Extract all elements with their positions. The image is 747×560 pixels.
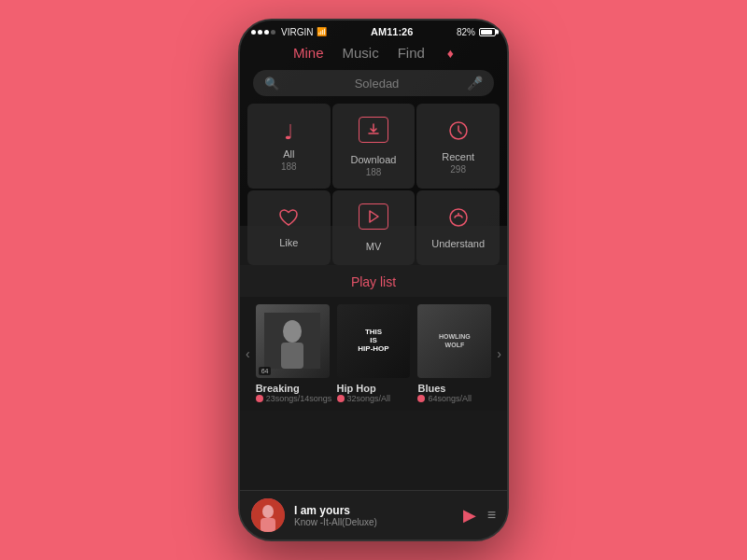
playlist-section-header: Play list — [240, 265, 507, 297]
tab-music[interactable]: Music — [343, 45, 379, 61]
playlist-name-hiphop: Hip Hop — [337, 383, 411, 394]
status-bar: VIRGIN 📶 AM11:26 82% — [240, 21, 507, 41]
signal-dot-2 — [258, 30, 262, 35]
grid-count-recent: 298 — [450, 164, 466, 175]
playlist-item-blues[interactable]: HOWLINGWOLF Blues 64songs/All — [417, 304, 491, 403]
menu-button[interactable]: ≡ — [487, 507, 496, 524]
playlist-name-blues: Blues — [417, 383, 491, 394]
svg-point-2 — [458, 213, 459, 215]
signal-dot-1 — [251, 30, 256, 35]
now-playing-info: I am yours Know -It-All(Deluxe) — [294, 504, 454, 527]
category-grid: ♩ All 188 Download 188 Recent 298 — [247, 104, 500, 265]
tab-find[interactable]: Find — [398, 45, 425, 61]
diamond-icon[interactable]: ♦ — [447, 46, 454, 61]
now-playing-title: I am yours — [294, 504, 454, 517]
songs-dot — [256, 395, 263, 402]
grid-item-recent[interactable]: Recent 298 — [416, 104, 500, 189]
playlist-thumb-blues: HOWLINGWOLF — [417, 304, 491, 378]
grid-label-recent: Recent — [442, 151, 474, 162]
playlist-songs-breaking: 23songs/14songs — [256, 394, 330, 403]
now-playing-controls: ▶ ≡ — [463, 505, 496, 525]
grid-item-mv[interactable]: MV — [332, 190, 416, 265]
grid-item-all[interactable]: ♩ All 188 — [247, 104, 331, 189]
songs-dot-3 — [417, 395, 425, 402]
playlist-thumb-breaking: 64 — [256, 304, 330, 378]
status-carrier: VIRGIN 📶 — [251, 27, 327, 37]
playlist-name-breaking: Breaking — [256, 383, 330, 394]
thumb-badge-breaking: 64 — [259, 367, 272, 375]
playlist-thumb-hiphop: THISISHIP-HOP — [337, 304, 411, 378]
playlist-carousel: ‹ 64 Breaking 23songs/14songs — [240, 297, 507, 411]
grid-label-all: All — [283, 148, 294, 160]
mic-icon[interactable]: 🎤 — [467, 76, 483, 91]
battery-icon — [479, 28, 496, 36]
music-note-icon: ♩ — [284, 122, 293, 143]
nav-tabs: Mine Music Find ♦ — [240, 41, 507, 66]
download-icon — [359, 117, 388, 143]
heart-icon — [277, 207, 300, 231]
svg-rect-5 — [281, 343, 303, 369]
grid-label-mv: MV — [366, 241, 382, 252]
grid-label-understand: Understand — [431, 238, 485, 249]
svg-point-4 — [283, 320, 302, 343]
playlist-items-list: 64 Breaking 23songs/14songs THISISHIP-HO… — [256, 304, 492, 403]
signal-dot-3 — [264, 30, 269, 35]
status-battery-area: 82% — [457, 27, 496, 37]
playlist-songs-blues: 64songs/All — [417, 394, 491, 403]
now-playing-artist: Know -It-All(Deluxe) — [294, 517, 454, 527]
play-pause-button[interactable]: ▶ — [463, 505, 476, 525]
signal-dot-4 — [271, 30, 275, 35]
tab-mine[interactable]: Mine — [293, 45, 324, 61]
grid-item-download[interactable]: Download 188 — [332, 104, 416, 189]
now-playing-album-art — [251, 498, 285, 532]
carousel-prev-arrow[interactable]: ‹ — [240, 346, 256, 361]
grid-item-like[interactable]: Like — [247, 190, 331, 265]
grid-item-understand[interactable]: Understand — [416, 190, 500, 265]
grid-label-like: Like — [279, 237, 298, 248]
status-time: AM11:26 — [371, 26, 413, 37]
playlist-title: Play list — [351, 274, 396, 289]
battery-fill — [481, 30, 492, 35]
search-bar[interactable]: 🔍 Soledad 🎤 — [253, 70, 494, 96]
grid-label-download: Download — [351, 154, 397, 165]
playlist-item-hiphop[interactable]: THISISHIP-HOP Hip Hop 32songs/All — [337, 304, 411, 403]
svg-point-1 — [450, 209, 467, 226]
hiphop-thumb-text: THISISHIP-HOP — [354, 325, 392, 357]
phone-container: VIRGIN 📶 AM11:26 82% Mine Music Find ♦ 🔍… — [238, 19, 509, 541]
search-placeholder-text: Soledad — [287, 77, 467, 91]
understand-icon — [447, 206, 470, 232]
now-playing-bar: I am yours Know -It-All(Deluxe) ▶ ≡ — [240, 490, 507, 539]
svg-rect-8 — [261, 518, 275, 532]
wifi-icon: 📶 — [317, 27, 327, 36]
playlist-songs-hiphop: 32songs/All — [337, 394, 411, 403]
clock-icon — [447, 119, 470, 146]
carrier-name: VIRGIN — [281, 27, 313, 37]
carousel-next-arrow[interactable]: › — [491, 346, 507, 361]
playlist-item-breaking[interactable]: 64 Breaking 23songs/14songs — [256, 304, 330, 403]
search-icon: 🔍 — [264, 77, 279, 91]
play-icon — [359, 203, 388, 230]
svg-point-7 — [262, 505, 274, 518]
battery-percent: 82% — [457, 27, 475, 37]
grid-count-download: 188 — [366, 167, 382, 177]
grid-count-all: 188 — [281, 161, 297, 172]
songs-dot-2 — [337, 395, 345, 402]
